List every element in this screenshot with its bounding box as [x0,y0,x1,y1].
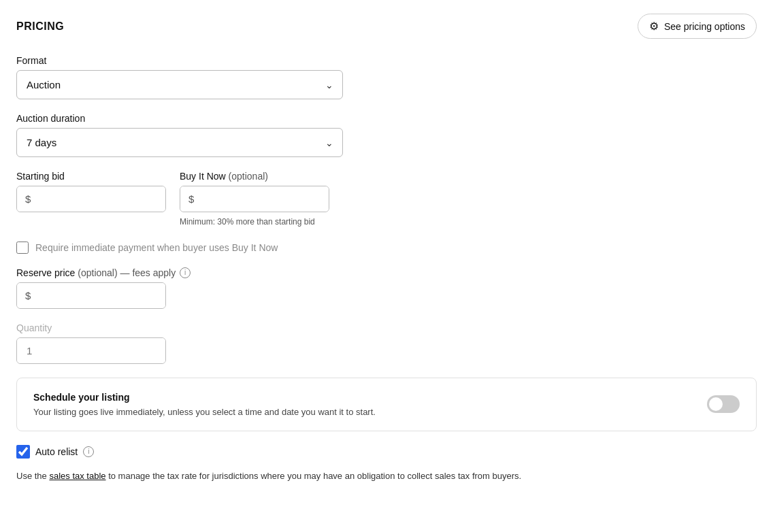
toggle-slider [707,395,740,413]
footer-text-after: to manage the tax rate for jurisdictions… [106,471,522,481]
starting-bid-prefix: $ [17,186,37,212]
pricing-options-button[interactable]: ⚙ See pricing options [638,14,757,39]
auction-duration-field: Auction duration 1 day 3 days 5 days 7 d… [16,113,757,157]
buy-it-now-field: Buy It Now (optional) $ Minimum: 30% mor… [180,171,757,228]
quantity-field: Quantity [16,322,757,364]
schedule-toggle[interactable] [707,395,740,413]
schedule-description: Your listing goes live immediately, unle… [33,407,376,417]
footer-text-before: Use the [16,471,49,481]
sales-tax-link[interactable]: sales tax table [49,471,105,481]
require-payment-row: Require immediate payment when buyer use… [16,242,757,254]
reserve-price-info-icon[interactable]: i [180,267,191,278]
auto-relist-label: Auto relist [35,446,78,457]
buy-it-now-prefix: $ [180,186,201,212]
starting-bid-input-wrapper: $ [16,186,166,212]
auction-duration-select-wrapper: 1 day 3 days 5 days 7 days 10 days 30 da… [16,128,343,157]
reserve-price-input-wrapper: $ [16,282,166,309]
auction-duration-label: Auction duration [16,113,757,124]
buy-it-now-input-wrapper: $ [180,186,329,212]
pricing-options-label: See pricing options [664,21,745,32]
format-select-wrapper: Auction Buy It Now Classified Ad ⌄ [16,70,343,99]
auto-relist-checkbox[interactable] [16,445,30,459]
reserve-label-row: Reserve price (optional) — fees apply i [16,267,757,278]
auto-relist-info-icon[interactable]: i [83,446,94,457]
reserve-price-field: Reserve price (optional) — fees apply i … [16,267,757,309]
format-field: Format Auction Buy It Now Classified Ad … [16,55,757,99]
footer-text: Use the sales tax table to manage the ta… [16,469,757,484]
require-payment-checkbox[interactable] [16,242,29,254]
page-title: PRICING [16,20,64,33]
require-payment-label: Require immediate payment when buyer use… [35,242,278,253]
bid-row: Starting bid $ Buy It Now (optional) $ M… [16,171,757,242]
filter-icon: ⚙ [649,20,659,33]
format-label: Format [16,55,757,66]
reserve-price-prefix: $ [17,283,37,308]
starting-bid-field: Starting bid $ [16,171,166,212]
schedule-text: Schedule your listing Your listing goes … [33,392,376,417]
buy-it-now-hint: Minimum: 30% more than starting bid [180,216,757,228]
auto-relist-row: Auto relist i [16,445,757,459]
reserve-price-label: Reserve price (optional) — fees apply [16,267,176,278]
schedule-card: Schedule your listing Your listing goes … [16,378,757,431]
format-select[interactable]: Auction Buy It Now Classified Ad [16,70,343,99]
quantity-label: Quantity [16,322,757,333]
buy-it-now-label: Buy It Now (optional) [180,171,757,182]
buy-it-now-input[interactable] [201,186,329,212]
schedule-title: Schedule your listing [33,392,376,403]
quantity-input-wrapper [16,337,166,364]
starting-bid-input[interactable] [37,186,166,212]
starting-bid-label: Starting bid [16,171,166,182]
quantity-input[interactable] [17,338,165,363]
page-header: PRICING ⚙ See pricing options [16,14,757,39]
reserve-price-input[interactable] [37,283,166,308]
auction-duration-select[interactable]: 1 day 3 days 5 days 7 days 10 days 30 da… [16,128,343,157]
